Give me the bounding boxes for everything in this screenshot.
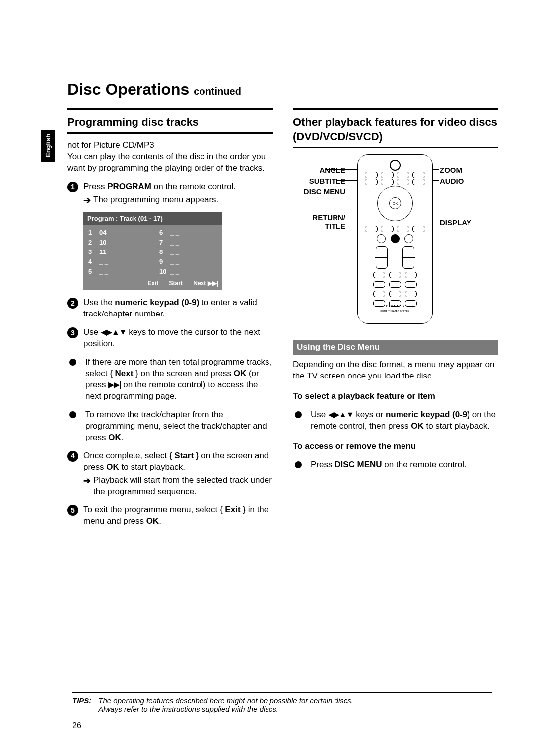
- rule: [72, 692, 492, 693]
- text: Press: [311, 460, 335, 469]
- step-number-icon: 1: [67, 182, 78, 192]
- text: To exit the programme menu, select {: [83, 505, 225, 514]
- val: 10: [99, 238, 106, 247]
- language-tab: English: [41, 130, 55, 162]
- page-title-main: Disc Operations: [67, 80, 189, 98]
- dpad-icon: [377, 186, 413, 221]
- program-menu-footer: Exit Start Next ▶▶|: [83, 278, 222, 290]
- bullet-access-menu: Press DISC MENU on the remote control.: [293, 459, 498, 471]
- idx: 3: [88, 248, 94, 256]
- idx: 2: [88, 238, 94, 247]
- next-label: Next ▶▶|: [193, 280, 218, 287]
- val: 04: [99, 228, 106, 237]
- exit-label: Exit: [147, 280, 158, 287]
- callout-subtitle: SUBTITLE: [291, 176, 345, 186]
- idx: 1: [88, 228, 94, 237]
- text: on the remote control.: [382, 460, 467, 469]
- callout-angle: ANGLE: [291, 165, 345, 175]
- tips-line-2: Always refer to the instructions supplie…: [98, 705, 353, 713]
- columns: Programming disc tracks not for Picture …: [67, 108, 498, 527]
- idx: 5: [88, 267, 94, 276]
- bold-label: OK: [108, 433, 121, 442]
- text: Use: [311, 410, 328, 419]
- bold-label: OK: [146, 516, 159, 526]
- tips-label: TIPS:: [72, 696, 91, 713]
- manual-page: English Disc Operations continued Progra…: [0, 0, 536, 756]
- text: Use the: [83, 298, 115, 307]
- rule: [293, 108, 498, 110]
- next-track-icon: ▶▶|: [108, 380, 121, 389]
- rule: [67, 108, 273, 110]
- idx: 9: [159, 257, 165, 266]
- bold-label: PROGRAM: [107, 182, 151, 191]
- bullet-select-item: Use ◀▶▲▼ keys or numeric keypad (0-9) on…: [293, 409, 498, 432]
- bold-label: OK: [106, 462, 119, 472]
- result-text: The programming menu appears.: [93, 194, 273, 206]
- brand-subtitle: HOME THEATER SYSTEM: [381, 310, 410, 312]
- result-text: Playback will start from the selected tr…: [93, 475, 273, 498]
- start-label: Start: [169, 280, 183, 287]
- idx: 6: [159, 228, 165, 237]
- step-4: 4 Once complete, select { Start } on the…: [67, 450, 273, 473]
- page-title: Disc Operations continued: [67, 80, 498, 99]
- step-1: 1 Press PROGRAM on the remote control.: [67, 181, 273, 192]
- text: keys or: [354, 410, 386, 419]
- tips-line-1: The operating features described here mi…: [98, 696, 353, 705]
- bold-label: DISC MENU: [335, 460, 382, 469]
- result-row: ➔ Playback will start from the selected …: [83, 475, 273, 498]
- bold-label: Next: [115, 369, 134, 378]
- bullet-icon: [295, 461, 302, 468]
- step-5: 5 To exit the programme menu, select { E…: [67, 504, 273, 527]
- bold-label: OK: [234, 369, 247, 378]
- text: } on the screen and press: [133, 369, 233, 378]
- bold-label: Exit: [225, 505, 240, 514]
- arrow-icon: ➔: [83, 194, 93, 206]
- bullet-remove-track: To remove the track/chapter from the pro…: [67, 409, 273, 443]
- callout-zoom: ZOOM: [440, 165, 462, 175]
- step-number-icon: 4: [67, 451, 78, 462]
- callout-disc-menu: DISC MENU: [291, 187, 345, 197]
- bold-label: Start: [174, 451, 194, 460]
- idx: 10: [159, 267, 165, 276]
- text: .: [121, 433, 124, 442]
- arrow-keys-icon: ◀▶▲▼: [328, 410, 354, 419]
- program-menu-title: Program : Track (01 - 17): [83, 212, 222, 225]
- callout-display: DISPLAY: [440, 218, 471, 228]
- result-row: ➔ The programming menu appears.: [83, 194, 273, 206]
- idx: 4: [88, 257, 94, 266]
- step-number-icon: 5: [67, 505, 78, 516]
- val: _ _: [170, 267, 179, 276]
- intro-text: You can play the contents of the disc in…: [67, 151, 273, 174]
- bullet-icon: [295, 411, 302, 418]
- text: on the remote control.: [151, 182, 236, 191]
- bold-label: numeric keypad (0-9): [386, 410, 470, 419]
- tips-box: TIPS: The operating features described h…: [72, 692, 492, 713]
- section-heading-other-playback: Other playback features for video discs …: [293, 115, 498, 144]
- val: _ _: [170, 238, 179, 247]
- bullet-icon: [69, 359, 76, 366]
- text: to start playback.: [424, 421, 490, 431]
- bullet-more-than-ten: If there are more than ten total program…: [67, 357, 273, 402]
- callout-return-title: RETURN/ TITLE: [291, 214, 345, 230]
- arrow-icon: ➔: [83, 475, 93, 487]
- crop-mark-icon: [36, 731, 51, 746]
- val: _ _: [99, 267, 108, 276]
- page-title-continued: continued: [194, 86, 241, 97]
- section-heading-programming: Programming disc tracks: [67, 115, 273, 129]
- bullet-icon: [69, 411, 76, 418]
- remote-outline: PHILIPS HOME THEATER SYSTEM: [357, 154, 433, 324]
- idx: 8: [159, 248, 165, 256]
- left-column: Programming disc tracks not for Picture …: [67, 108, 273, 527]
- text: to start playback.: [119, 462, 185, 472]
- step-2: 2 Use the numeric keypad (0-9) to enter …: [67, 297, 273, 320]
- heading-access-menu: To access or remove the menu: [293, 441, 498, 452]
- val: 11: [99, 248, 106, 256]
- subsection-heading-disc-menu: Using the Disc Menu: [293, 340, 498, 355]
- brand-name: PHILIPS: [381, 304, 410, 309]
- note-line: not for Picture CD/MP3: [67, 140, 273, 151]
- text: Press: [83, 182, 107, 191]
- text: .: [159, 516, 161, 526]
- heading-select-item: To select a playback feature or item: [293, 391, 498, 402]
- step-3: 3 Use ◀▶▲▼ keys to move the cursor to th…: [67, 327, 273, 350]
- text: Once complete, select {: [83, 451, 174, 460]
